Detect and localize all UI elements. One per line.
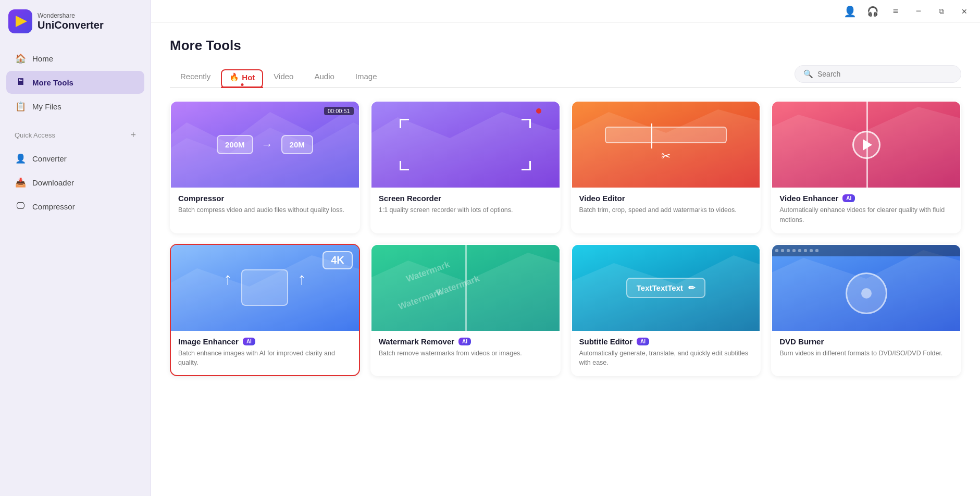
cut-line xyxy=(651,123,652,148)
search-box: 🔍 xyxy=(795,65,961,83)
tool-name-screen: Screen Recorder xyxy=(379,194,441,203)
ai-badge-subtitle: AI xyxy=(637,338,649,345)
sidebar-item-converter-label: Converter xyxy=(32,154,67,163)
search-input[interactable] xyxy=(817,70,952,78)
tool-thumb-video-enhancer xyxy=(772,102,960,188)
timestamp-badge: 00:00:51 xyxy=(324,107,354,115)
tab-hot[interactable]: 🔥 Hot xyxy=(221,69,263,87)
video-enhancer-thumb-overlay xyxy=(772,102,960,188)
film-strip xyxy=(772,245,960,256)
tool-card-video-editor[interactable]: ✂ Video Editor Batch trim, crop, speed a… xyxy=(571,101,761,233)
sidebar-item-more-tools-label: More Tools xyxy=(32,78,73,87)
tab-audio[interactable]: Audio xyxy=(304,68,344,87)
ai-badge-video-enhancer: AI xyxy=(842,194,855,202)
menu-button[interactable]: ≡ xyxy=(888,4,903,19)
my-files-icon: 📋 xyxy=(15,101,26,112)
tool-info-image-enhancer: Image Enhancer AI Batch enhance images w… xyxy=(171,331,359,376)
tab-hot-inner: 🔥 Hot xyxy=(229,72,255,82)
pencil-icon: ✏ xyxy=(688,283,695,293)
user-button[interactable]: 👤 xyxy=(842,4,857,19)
tool-name-row-vh: Video Enhancer AI xyxy=(779,194,953,203)
tab-recently[interactable]: Recently xyxy=(170,68,221,87)
sidebar-item-converter[interactable]: 👤 Converter xyxy=(6,147,144,170)
screen-corners xyxy=(400,119,531,170)
tab-image[interactable]: Image xyxy=(345,68,388,87)
tab-hot-label: Hot xyxy=(242,73,255,82)
dvd-visual xyxy=(846,272,887,314)
dvd-thumb-overlay xyxy=(772,256,960,331)
tool-name-video-enhancer: Video Enhancer xyxy=(779,194,838,203)
film-hole xyxy=(798,249,801,252)
tool-desc-compressor: Batch compress video and audio files wit… xyxy=(178,205,352,215)
compress-arrow-icon: → xyxy=(262,138,273,152)
tool-card-screen-recorder[interactable]: Screen Recorder 1:1 quality screen recor… xyxy=(370,101,561,233)
headset-button[interactable]: 🎧 xyxy=(865,4,880,19)
tool-card-dvd-burner[interactable]: DVD Burner Burn videos in different form… xyxy=(771,244,961,377)
page-title: More Tools xyxy=(170,38,961,54)
tool-card-video-enhancer[interactable]: Video Enhancer AI Automatically enhance … xyxy=(771,101,961,233)
tool-desc-screen: 1:1 quality screen recorder with lots of… xyxy=(379,205,552,215)
logo-brand: Wondershare xyxy=(38,12,104,19)
ai-badge-watermark: AI xyxy=(458,338,471,345)
corner-bl xyxy=(400,161,409,170)
more-tools-icon: 🖥 xyxy=(15,77,26,88)
tool-desc-dvd: Burn videos in different formats to DVD/… xyxy=(779,349,953,358)
sidebar-item-more-tools[interactable]: 🖥 More Tools xyxy=(6,71,144,94)
search-icon: 🔍 xyxy=(803,69,813,79)
content-area: More Tools Recently 🔥 Hot Video Audio Im… xyxy=(151,23,980,496)
subtitle-text: TextTextText xyxy=(637,283,683,292)
quick-access-label: Quick Access xyxy=(15,131,55,139)
tool-name-row-screen: Screen Recorder xyxy=(379,194,552,203)
logo-name: UniConverter xyxy=(38,19,104,31)
image-enhancer-arrows: ↑ ↑ xyxy=(224,269,306,306)
disc-circle xyxy=(846,272,887,314)
watermark-visual: Watermark Watermark Watermark xyxy=(390,253,541,322)
tool-info-video-enhancer: Video Enhancer AI Automatically enhance … xyxy=(772,188,960,232)
tool-info-watermark: Watermark Remover AI Batch remove waterm… xyxy=(371,331,560,366)
tools-grid: 200M → 20M 00:00:51 Compressor Batch com… xyxy=(170,101,961,376)
tool-name-watermark: Watermark Remover xyxy=(379,337,454,346)
sidebar: Wondershare UniConverter 🏠 Home 🖥 More T… xyxy=(0,0,151,496)
close-button[interactable]: ✕ xyxy=(957,4,972,19)
sidebar-item-home[interactable]: 🏠 Home xyxy=(6,47,144,70)
video-editor-thumb-overlay: ✂ xyxy=(572,102,760,188)
tool-thumb-dvd xyxy=(772,245,960,331)
tool-info-dvd: DVD Burner Burn videos in different form… xyxy=(772,331,960,366)
tool-desc-image-enhancer: Batch enhance images with AI for improve… xyxy=(178,349,352,368)
minimize-button[interactable]: − xyxy=(911,4,926,19)
tool-name-compressor: Compressor xyxy=(178,194,224,203)
tool-card-image-enhancer[interactable]: ↑ ↑ 4K Image Enhancer AI Batch enhance i… xyxy=(170,244,360,377)
tool-name-row: Compressor xyxy=(178,194,352,203)
screen-thumb-overlay xyxy=(371,102,560,188)
sidebar-item-downloader[interactable]: 📥 Downloader xyxy=(6,171,144,194)
sidebar-item-my-files[interactable]: 📋 My Files xyxy=(6,95,144,118)
tool-name-row-wm: Watermark Remover AI xyxy=(379,337,552,346)
titlebar: 👤 🎧 ≡ − ⧉ ✕ xyxy=(151,0,980,23)
tool-name-video-editor: Video Editor xyxy=(579,194,625,203)
disc-inner xyxy=(861,288,872,299)
ai-badge-image-enhancer: AI xyxy=(243,338,255,345)
quick-access-add-button[interactable]: + xyxy=(130,130,136,140)
logo-area: Wondershare UniConverter xyxy=(0,0,151,43)
corner-tr xyxy=(522,119,531,128)
film-hole xyxy=(775,249,778,252)
film-hole xyxy=(804,249,807,252)
tool-card-watermark-remover[interactable]: Watermark Watermark Watermark Watermark … xyxy=(370,244,561,377)
corner-br xyxy=(522,161,531,170)
tab-video[interactable]: Video xyxy=(263,68,304,87)
tab-hot-box: 🔥 Hot xyxy=(221,69,263,88)
film-hole xyxy=(781,249,784,252)
sidebar-item-compressor[interactable]: 🖵 Compressor xyxy=(6,195,144,218)
film-hole xyxy=(787,249,790,252)
sidebar-nav: 🏠 Home 🖥 More Tools 📋 My Files xyxy=(0,43,151,122)
tool-card-subtitle-editor[interactable]: TextTextText ✏ Subtitle Editor AI Automa… xyxy=(571,244,761,377)
rec-dot xyxy=(536,108,541,114)
tool-name-image-enhancer: Image Enhancer xyxy=(178,337,239,346)
restore-button[interactable]: ⧉ xyxy=(934,4,949,19)
image-box xyxy=(241,269,288,306)
sidebar-sub-nav: 👤 Converter 📥 Downloader 🖵 Compressor xyxy=(0,143,151,222)
film-hole xyxy=(810,249,813,252)
4k-badge: 4K xyxy=(322,251,353,269)
tool-card-compressor[interactable]: 200M → 20M 00:00:51 Compressor Batch com… xyxy=(170,101,360,233)
tool-name-subtitle: Subtitle Editor xyxy=(579,337,633,346)
